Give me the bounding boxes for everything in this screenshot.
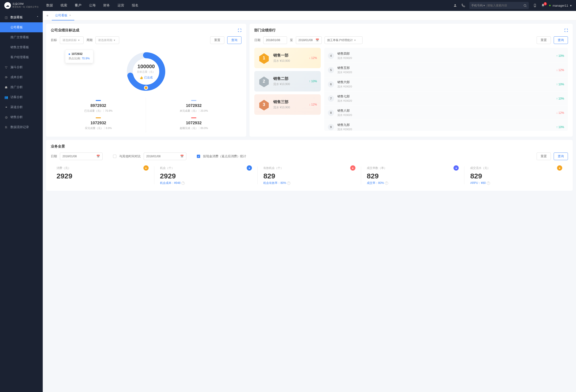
menu-icon: ▽: [4, 65, 8, 69]
trend-indicator: ↑ 10%: [309, 80, 317, 83]
topnav-item[interactable]: 财务: [103, 2, 110, 8]
overview-cell: 有效机会（个）●829机会有效率：80% ?: [258, 164, 361, 186]
metric-icon: ●: [350, 165, 355, 171]
rank-card: 部门业绩排行 ⛶ 日期 2018/01/08 至 2018/01/08📅 按工单…: [250, 24, 573, 137]
search-input[interactable]: [487, 4, 523, 7]
sidebar-sub-item[interactable]: 推广主管看板: [0, 32, 43, 42]
topnav-item[interactable]: 公海: [88, 2, 96, 8]
rank-number: 9: [328, 124, 334, 130]
help-icon[interactable]: ?: [181, 181, 185, 185]
reset-button[interactable]: 重置: [537, 36, 551, 44]
calendar-icon: 📅: [316, 38, 319, 42]
user-menu[interactable]: manager11 ▾: [549, 4, 572, 7]
checkbox-compare[interactable]: [113, 155, 116, 158]
notif-badge: 5: [544, 2, 547, 5]
dashboard-icon: ◫: [4, 15, 8, 19]
select-mode[interactable]: 按工单客户经理统计▾: [325, 36, 363, 44]
rank-list[interactable]: 4销售四部流水 ¥19020↑ 10%5销售五部流水 ¥19020↓ 12%6销…: [324, 48, 568, 131]
overview-sub: 机会有效率：80% ?: [263, 181, 355, 185]
rank-row: 7销售七部流水 ¥19020↑ 10%: [324, 91, 568, 106]
reset-button[interactable]: 重置: [537, 152, 551, 160]
select-target[interactable]: 请选择目标▾: [60, 36, 84, 44]
sidebar-item[interactable]: ⚭渠道分析: [0, 102, 43, 112]
topnav-item[interactable]: 数据: [46, 2, 54, 8]
close-icon[interactable]: ×: [69, 14, 71, 17]
tab-company-board[interactable]: 公司看板 ×: [52, 11, 75, 20]
reset-button[interactable]: 重置: [210, 36, 224, 44]
topnav-item[interactable]: 运营: [117, 2, 125, 8]
help-icon[interactable]: ?: [287, 181, 290, 185]
collapse-sidebar-button[interactable]: ≡: [45, 12, 50, 19]
podium-item: 1销售一部流水 ¥10,900↓ 12%: [254, 48, 321, 68]
sidebar-sub-item[interactable]: 客户经理看板: [0, 52, 43, 62]
sidebar-sub-item[interactable]: 公司看板: [0, 22, 43, 32]
goal-title: 公司业绩目标达成: [51, 28, 79, 32]
expand-icon[interactable]: ⛶: [238, 28, 241, 32]
date-input-1[interactable]: 2018/01/08📅: [60, 152, 103, 160]
sidebar-sub-item[interactable]: 销售主管看板: [0, 42, 43, 52]
query-button[interactable]: 查询: [227, 36, 241, 44]
topnav-item[interactable]: 线索: [60, 2, 68, 8]
stat-cell: 1072932应完成量（元）8.9%: [51, 115, 146, 132]
trend-indicator: ↑ 10%: [556, 125, 564, 129]
help-icon[interactable]: ?: [385, 181, 388, 185]
menu-icon: ⚭: [4, 105, 8, 109]
topbar: ☁ 云朵CRM 教育机构一站 式服务云平台 数据线索客户公海财务运营报名 手机号…: [0, 0, 576, 11]
svg-point-3: [535, 6, 535, 6]
user-icon[interactable]: [453, 3, 457, 7]
date-input-2[interactable]: 2018/01/08📅: [144, 152, 186, 160]
trend-indicator: ↓ 12%: [309, 103, 317, 106]
stat-cell: 1072932未完成量（元）20.9%: [146, 98, 241, 115]
overview-cell: 成交流水（元）●829ARPU：¥80 ?: [464, 164, 568, 186]
checkbox-cash[interactable]: ✓: [197, 155, 200, 158]
topnav-item[interactable]: 报名: [131, 2, 139, 8]
expand-icon[interactable]: ⛶: [564, 28, 568, 32]
status-dot-icon: [549, 5, 550, 6]
device-icon[interactable]: [533, 3, 537, 7]
rank-row: 6销售六部流水 ¥19020↑ 10%: [324, 77, 568, 91]
podium-item: 3销售三部流水 ¥10,900↓ 12%: [254, 94, 321, 115]
select-period[interactable]: 请选择周期▾: [95, 36, 119, 44]
medal-icon: 2: [258, 75, 270, 87]
achieved-badge: 👍已达成: [140, 76, 153, 80]
sidebar: ◫ 数据看板 ˄ 公司看板推广主管看板销售主管看板客户经理看板 ▽漏斗分析⟳成本…: [0, 11, 43, 392]
medal-icon: 1: [258, 52, 270, 64]
username: manager11: [552, 4, 568, 7]
search-icon[interactable]: [523, 3, 527, 7]
rank-number: 4: [328, 53, 334, 59]
tabs-bar: ≡ 公司看板 ×: [43, 11, 576, 20]
menu-icon: ⎘: [4, 125, 8, 129]
query-button[interactable]: 查询: [554, 36, 568, 44]
sidebar-item[interactable]: ◎销售分析: [0, 112, 43, 122]
search-type-select[interactable]: 手机号码 ▾: [471, 3, 485, 8]
query-button[interactable]: 查询: [554, 152, 568, 160]
stat-cell: 1072932超额完成（元）89.9%: [146, 115, 241, 132]
date-to[interactable]: 2018/01/08📅: [296, 36, 322, 44]
sidebar-item[interactable]: ⎘数据流转记录: [0, 122, 43, 132]
chevron-down-icon: ▾: [114, 38, 115, 42]
search-box[interactable]: 手机号码 ▾ |: [469, 2, 529, 9]
metric-icon: ●: [144, 165, 149, 171]
phone-icon[interactable]: [461, 3, 465, 7]
sidebar-header[interactable]: ◫ 数据看板 ˄: [0, 12, 43, 22]
donut-value: 100000: [138, 63, 155, 70]
help-icon[interactable]: ?: [487, 181, 490, 185]
topnav-item[interactable]: 客户: [74, 2, 82, 8]
chart-tooltip: 1072932 所占比例: 70.9%: [65, 50, 93, 63]
sidebar-item[interactable]: ☗推广分析: [0, 82, 43, 92]
main: ≡ 公司看板 × 公司业绩目标达成 ⛶ 目标 请选择目标▾ 周期: [43, 11, 576, 392]
sidebar-item[interactable]: ▽漏斗分析: [0, 62, 43, 72]
sidebar-item[interactable]: ⟳成本分析: [0, 72, 43, 82]
overview-sub: 机会成本：¥948 ?: [160, 181, 252, 185]
date-from[interactable]: 2018/01/08: [263, 36, 287, 44]
chevron-down-icon: ▾: [78, 38, 80, 42]
trend-indicator: ↑ 10%: [556, 97, 564, 100]
sidebar-item[interactable]: 👥访客分析: [0, 92, 43, 102]
chevron-up-icon: ˄: [37, 16, 38, 19]
thumbs-up-icon: 👍: [140, 76, 143, 79]
bell-icon[interactable]: 5: [541, 3, 545, 7]
brand-name: 云朵CRM: [12, 2, 39, 5]
donut-label: 目标总量（元）: [137, 70, 155, 74]
overview-sub: 成交率：80% ?: [367, 181, 459, 185]
trend-indicator: ↓ 12%: [556, 68, 564, 72]
